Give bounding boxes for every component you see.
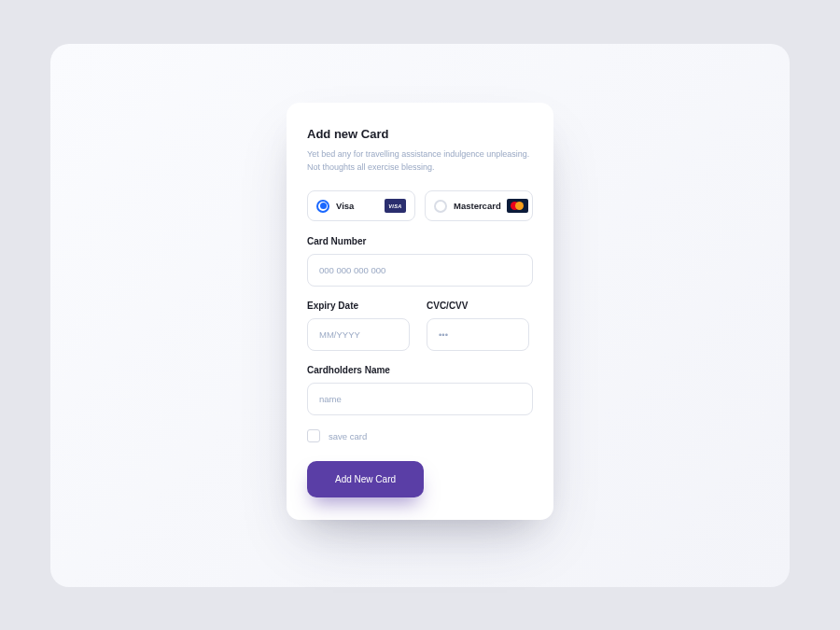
radio-icon [434,200,447,213]
visa-icon: VISA [385,199,406,213]
add-card-form: Add new Card Yet bed any for travelling … [287,103,553,520]
add-card-button[interactable]: Add New Card [307,461,424,497]
form-title: Add new Card [307,127,533,141]
card-number-label: Card Number [307,236,533,246]
cvc-input[interactable] [427,318,529,351]
stage: Add new Card Yet bed any for travelling … [50,44,790,587]
save-card-label: save card [329,431,367,441]
card-type-label: Mastercard [454,201,501,211]
card-type-visa[interactable]: Visa VISA [307,190,415,221]
expiry-label: Expiry Date [307,301,413,311]
card-type-label: Visa [336,201,379,211]
card-type-mastercard[interactable]: Mastercard [425,190,533,221]
save-card-row: save card [307,429,533,442]
cvc-field: CVC/CVV [427,301,533,351]
expiry-field: Expiry Date [307,301,413,351]
mastercard-icon [507,199,528,213]
expiry-input[interactable] [307,318,410,351]
cardholder-input[interactable] [307,383,533,415]
save-card-checkbox[interactable] [307,429,320,442]
card-number-input[interactable] [307,254,533,287]
form-subtitle: Yet bed any for travelling assistance in… [307,148,533,174]
radio-icon [316,200,329,213]
card-type-selector: Visa VISA Mastercard [307,190,533,221]
cardholder-label: Cardholders Name [307,365,533,375]
cardholder-field: Cardholders Name [307,365,533,415]
card-number-field: Card Number [307,236,533,287]
cvc-label: CVC/CVV [427,301,533,311]
